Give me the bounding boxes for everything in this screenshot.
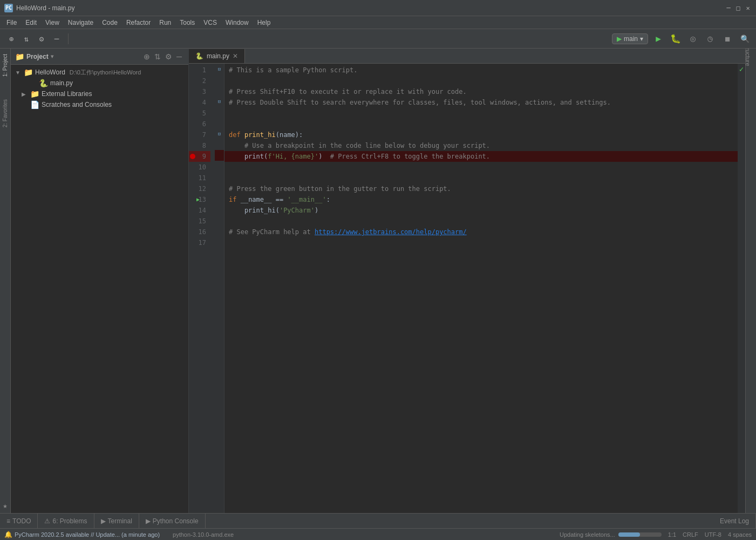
tab-close-button[interactable]: ✕ [233, 52, 238, 60]
menu-code[interactable]: Code [98, 18, 122, 28]
run-config-name: main [624, 35, 638, 43]
terminal-icon: ▶ [101, 517, 106, 525]
code-line-5 [224, 108, 738, 119]
line-num-9: 9 [189, 151, 210, 162]
main-area: 1: Project 2: Favorites ★ 📁 Project ▾ ⊕ … [0, 49, 756, 513]
line-num-12: 12 [189, 183, 210, 194]
gutter-1: ⊟ [215, 64, 224, 74]
menu-navigate[interactable]: Navigate [64, 18, 98, 28]
bottom-tab-python-console[interactable]: ▶ Python Console [139, 514, 206, 529]
progress-bar [618, 532, 662, 537]
code-gutter: ⊟ ⊟ ⊟ [215, 64, 224, 513]
toolbar-sync-button[interactable]: ⇅ [19, 32, 33, 46]
run-configuration[interactable]: ▶ main ▾ [612, 33, 648, 44]
python-console-label: Python Console [153, 517, 199, 525]
code-line-10 [224, 162, 738, 173]
maximize-button[interactable]: □ [734, 4, 742, 12]
debug-button[interactable]: 🐛 [669, 32, 683, 46]
toolbar-separator-1 [68, 33, 69, 44]
line-num-14: 14 [189, 205, 210, 216]
sidebar-tab-project[interactable]: 1: Project [1, 51, 9, 80]
line-separator[interactable]: CRLF [683, 531, 698, 538]
right-gutter: ✓ [738, 64, 745, 513]
gutter-14 [215, 204, 224, 215]
favorites-star-button[interactable]: ★ [3, 498, 7, 513]
project-sync-icon[interactable]: ⇅ [153, 52, 162, 61]
run-config-chevron: ▾ [640, 35, 643, 43]
tree-folder-icon-root: 📁 [24, 68, 33, 77]
toolbar-settings-button[interactable]: ⚙ [35, 32, 49, 46]
minimize-button[interactable]: ─ [725, 4, 732, 12]
toolbar: ⊕ ⇅ ⚙ ─ ▶ main ▾ ▶ 🐛 ◎ ◷ ◼ 🔍 [0, 29, 756, 49]
menu-run[interactable]: Run [155, 18, 175, 28]
right-panel: 2: Structure [745, 49, 756, 513]
gutter-4: ⊟ [215, 96, 224, 107]
pycharm-update-icon: 🔔 [4, 531, 12, 538]
gutter-12 [215, 182, 224, 193]
line-num-5: 5 [189, 108, 210, 119]
editor-tab-main-py[interactable]: 🐍 main.py ✕ [189, 49, 245, 63]
project-settings-icon[interactable]: ⚙ [164, 52, 173, 61]
menu-view[interactable]: View [41, 18, 64, 28]
tree-label-external-libs: External Libraries [42, 90, 92, 98]
tree-arrow-extlibs: ▶ [22, 91, 28, 97]
python-console-icon: ▶ [146, 517, 151, 525]
indent-label[interactable]: 4 spaces [728, 531, 752, 538]
project-add-icon[interactable]: ⊕ [142, 52, 152, 61]
project-minimize-icon[interactable]: ─ [174, 52, 184, 61]
line-num-17: 17 [189, 237, 210, 248]
app-icon: PC [4, 4, 13, 12]
tree-item-external-libs[interactable]: ▶ 📁 External Libraries [11, 88, 188, 99]
bottom-tab-problems[interactable]: ⚠ 6: Problems [38, 514, 94, 529]
status-bar: 🔔 PyCharm 2020.2.5 available // Update..… [0, 528, 756, 540]
menu-refactor[interactable]: Refactor [122, 18, 155, 28]
code-line-7: def print_hi(name): [224, 129, 738, 140]
code-content[interactable]: # This is a sample Python script. # Pres… [224, 64, 738, 513]
toolbar-add-button[interactable]: ⊕ [4, 32, 18, 46]
run-button[interactable]: ▶ [651, 32, 665, 46]
coverage-button[interactable]: ◎ [686, 32, 700, 46]
line-num-2: 2 [189, 76, 210, 86]
tree-path-root: D:\0工作\python\HelloWord [70, 69, 141, 77]
bottom-tab-event-log[interactable]: Event Log [713, 514, 756, 529]
gutter-10 [215, 161, 224, 172]
toolbar-nav-buttons: ⊕ ⇅ ⚙ ─ [4, 32, 64, 46]
gutter-9 [215, 150, 224, 161]
code-line-2 [224, 76, 738, 86]
tree-scratch-icon: 📄 [30, 100, 39, 109]
line-num-4: 4 [189, 97, 210, 108]
title-bar: PC HelloWord - main.py ─ □ ✕ [0, 0, 756, 16]
tree-item-main-py[interactable]: 🐍 main.py [11, 78, 188, 88]
profile-button[interactable]: ◷ [703, 32, 717, 46]
editor-area: 🐍 main.py ✕ 1 2 3 4 5 6 7 8 9 10 [189, 49, 745, 513]
menu-edit[interactable]: Edit [21, 18, 41, 28]
close-button[interactable]: ✕ [744, 4, 752, 12]
menu-tools[interactable]: Tools [175, 18, 199, 28]
file-encoding[interactable]: UTF-8 [705, 531, 721, 538]
stop-button[interactable]: ◼ [720, 32, 734, 46]
line-num-10: 10 [189, 162, 210, 173]
menu-file[interactable]: File [2, 18, 21, 28]
gutter-13 [215, 193, 224, 204]
search-button[interactable]: 🔍 [738, 32, 752, 46]
menu-help[interactable]: Help [253, 18, 275, 28]
window-controls: ─ □ ✕ [725, 4, 752, 12]
project-header-icons: ⊕ ⇅ ⚙ ─ [142, 52, 184, 61]
run-arrow-icon: ▶ [196, 194, 200, 205]
bottom-tab-terminal[interactable]: ▶ Terminal [94, 514, 139, 529]
sidebar-tab-favorites[interactable]: 2: Favorites [1, 96, 9, 131]
tree-item-scratches[interactable]: 📄 Scratches and Consoles [11, 99, 188, 110]
status-bar-left: 🔔 PyCharm 2020.2.5 available // Update..… [4, 531, 555, 538]
code-line-12: # Press the green button in the gutter t… [224, 183, 738, 194]
bottom-tabs-bar: ≡ TODO ⚠ 6: Problems ▶ Terminal ▶ Python… [0, 513, 756, 528]
tree-label-root: HelloWord [35, 69, 65, 76]
tree-item-root[interactable]: ▼ 📁 HelloWord D:\0工作\python\HelloWord [11, 67, 188, 78]
toolbar-collapse-button[interactable]: ─ [50, 32, 64, 46]
tree-label-scratches: Scratches and Consoles [42, 101, 112, 108]
bottom-tab-todo[interactable]: ≡ TODO [0, 514, 38, 529]
project-panel-title: 📁 Project ▾ [15, 52, 138, 61]
menu-vcs[interactable]: VCS [199, 18, 221, 28]
right-tab-structure[interactable]: 2: Structure [744, 49, 757, 70]
menu-window[interactable]: Window [221, 18, 253, 28]
pycharm-update-text[interactable]: PyCharm 2020.2.5 available // Update... … [15, 531, 160, 538]
